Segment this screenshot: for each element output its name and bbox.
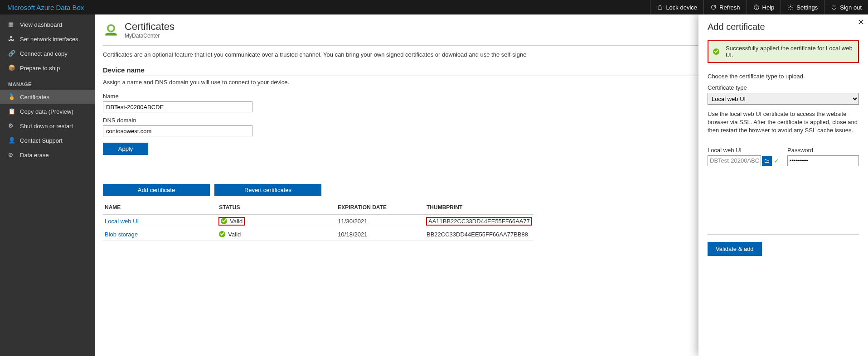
dashboard-icon: ▦ [8,21,15,28]
settings-button[interactable]: Settings [781,0,824,14]
sidebar-label: Contact Support [20,137,63,144]
thumb-highlight: AA11BB22CC33DD44EE55FF66AA77 [427,217,532,225]
power-icon: ⚙ [8,122,15,130]
check-icon: ✓ [774,157,779,164]
lock-device-button[interactable]: Lock device [650,0,703,14]
sidebar-label: Certificates [20,94,49,101]
add-certificate-blade: ✕ Add certificate Successfully applied t… [698,14,868,356]
power-icon [831,4,837,10]
cert-type-description: Use the local web UI certificate to acce… [708,110,859,135]
sidebar-item-network[interactable]: 🖧Set network interfaces [0,32,95,46]
connect-icon: 🔗 [8,50,15,57]
help-label: Help [762,4,775,11]
validate-add-button[interactable]: Validate & add [708,242,762,256]
certificates-logo-icon [103,22,119,38]
svg-rect-0 [658,7,662,9]
table-row: Local web UI Valid 11/30/2021 AA11BB22CC… [103,215,533,228]
sidebar-item-connect[interactable]: 🔗Connect and copy [0,46,95,61]
sidebar-item-certificates[interactable]: 🏅Certificates [0,90,95,104]
close-icon[interactable]: ✕ [858,17,864,27]
ship-icon: 📦 [8,64,15,72]
choose-text: Choose the certificate type to upload. [708,73,859,80]
svg-point-5 [109,26,114,31]
col-status: STATUS [217,201,336,215]
sidebar-item-erase[interactable]: ⊘Data erase [0,148,95,162]
page-subtitle: MyDataCenter [125,33,175,39]
password-input[interactable] [787,155,859,166]
sidebar-label: Copy data (Preview) [20,108,73,115]
lock-label: Lock device [666,4,697,11]
revert-certificates-button[interactable]: Revert certificates [214,184,321,196]
exp-date: 11/30/2021 [336,215,425,228]
sidebar-label: Shut down or restart [20,123,73,130]
valid-icon [221,218,227,224]
svg-point-3 [790,6,792,8]
success-icon [713,48,719,55]
copy-icon: 📋 [8,108,15,115]
status-text: Valid [228,231,241,238]
erase-icon: ⊘ [8,151,15,159]
status-text: Valid [230,218,242,225]
password-label: Password [787,147,859,154]
col-name: NAME [103,201,217,215]
signout-button[interactable]: Sign out [824,0,868,14]
valid-icon [219,231,225,237]
sidebar-item-support[interactable]: 👤Contact Support [0,133,95,148]
sidebar-label: View dashboard [20,21,62,28]
cert-type-label: Certificate type [708,84,859,91]
col-exp: EXPIRATION DATE [336,201,425,215]
thumbprint: BB22CC33DD44EE55FF66AA77BB88 [425,228,533,241]
cert-name-link[interactable]: Blob storage [105,231,138,238]
sidebar: ▦View dashboard 🖧Set network interfaces … [0,14,95,356]
help-icon [753,4,760,10]
settings-label: Settings [796,4,818,11]
apply-button[interactable]: Apply [103,143,148,155]
gear-icon [787,4,794,10]
signout-label: Sign out [840,4,862,11]
success-banner: Successfully applied the certificate for… [708,40,859,63]
add-certificate-button[interactable]: Add certificate [103,184,210,196]
sidebar-label: Prepare to ship [20,65,60,72]
folder-icon [764,158,770,164]
file-label: Local web UI [708,147,779,154]
support-icon: 👤 [8,137,15,144]
page-title: Certificates [125,21,175,33]
sidebar-label: Data erase [20,152,49,159]
topbar-actions: Lock device Refresh Help Settings Sign o… [650,0,868,14]
certificates-table: NAME STATUS EXPIRATION DATE THUMBPRINT L… [103,201,533,241]
refresh-label: Refresh [719,4,740,11]
cert-type-select[interactable]: Local web UI [708,93,859,105]
sidebar-item-copydata[interactable]: 📋Copy data (Preview) [0,104,95,119]
svg-point-2 [756,9,756,9]
blade-title: Add certificate [708,22,859,32]
cert-icon: 🏅 [8,93,15,101]
exp-date: 10/18/2021 [336,228,425,241]
sidebar-section-manage: MANAGE [0,75,95,90]
table-row: Blob storage Valid 10/18/2021 BB22CC33DD… [103,228,533,241]
dns-input[interactable] [103,125,252,136]
sidebar-label: Connect and copy [20,50,68,57]
browse-file-button[interactable] [762,156,772,166]
help-button[interactable]: Help [747,0,781,14]
sidebar-item-shutdown[interactable]: ⚙Shut down or restart [0,119,95,133]
cert-file-input[interactable] [708,155,761,166]
brand-title: Microsoft Azure Data Box [0,4,482,11]
sidebar-item-dashboard[interactable]: ▦View dashboard [0,17,95,32]
col-thumb: THUMBPRINT [425,201,533,215]
sidebar-item-ship[interactable]: 📦Prepare to ship [0,61,95,75]
refresh-button[interactable]: Refresh [703,0,747,14]
status-highlight: Valid [219,217,244,225]
success-text: Successfully applied the certificate for… [726,45,853,58]
lock-icon [657,4,663,10]
sidebar-label: Set network interfaces [20,36,78,43]
top-bar: Microsoft Azure Data Box Lock device Ref… [0,0,868,14]
divider [708,234,859,235]
network-icon: 🖧 [8,35,15,43]
name-input[interactable] [103,101,252,112]
refresh-icon [710,4,717,10]
cert-name-link[interactable]: Local web UI [105,218,139,225]
